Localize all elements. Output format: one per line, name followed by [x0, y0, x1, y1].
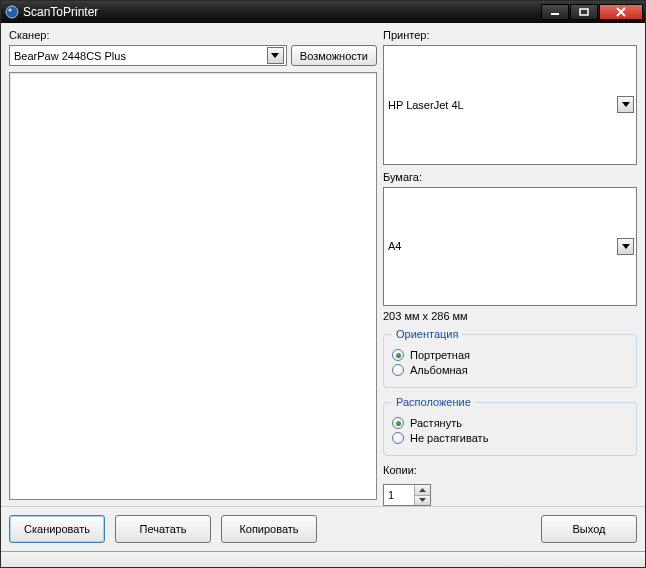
- scanner-selected: BearPaw 2448CS Plus: [14, 50, 267, 62]
- app-icon: [5, 5, 19, 19]
- close-button[interactable]: [599, 4, 643, 20]
- preview-area: [9, 72, 377, 500]
- paper-selected: A4: [388, 240, 617, 252]
- print-button[interactable]: Печатать: [115, 515, 211, 543]
- copies-input[interactable]: [384, 485, 414, 505]
- spinner-down-icon[interactable]: [415, 495, 430, 506]
- layout-legend: Расположение: [392, 396, 475, 408]
- footer: Сканировать Печатать Копировать Выход: [1, 506, 645, 551]
- layout-group: Расположение Растянуть Не растягивать: [383, 396, 637, 456]
- scanner-label: Сканер:: [9, 29, 377, 41]
- copies-label: Копии:: [383, 464, 637, 476]
- layout-stretch-label: Растянуть: [410, 417, 462, 429]
- radio-icon: [392, 432, 404, 444]
- orientation-group: Ориентация Портретная Альбомная: [383, 328, 637, 388]
- orientation-portrait-label: Портретная: [410, 349, 470, 361]
- svg-rect-3: [580, 9, 588, 15]
- spinner-up-icon[interactable]: [415, 485, 430, 495]
- paper-select[interactable]: A4: [383, 187, 637, 307]
- scanner-select[interactable]: BearPaw 2448CS Plus: [9, 45, 287, 66]
- layout-stretch-option[interactable]: Растянуть: [392, 417, 628, 429]
- copy-button[interactable]: Копировать: [221, 515, 317, 543]
- copies-spinner[interactable]: [383, 484, 431, 506]
- svg-rect-2: [551, 13, 559, 15]
- printer-select[interactable]: HP LaserJet 4L: [383, 45, 637, 165]
- layout-nostretch-label: Не растягивать: [410, 432, 488, 444]
- paper-dimensions: 203 мм x 286 мм: [383, 310, 637, 322]
- maximize-button[interactable]: [570, 4, 598, 20]
- radio-icon: [392, 417, 404, 429]
- status-bar: [1, 551, 645, 567]
- radio-icon: [392, 364, 404, 376]
- window-title: ScanToPrinter: [23, 5, 540, 19]
- minimize-button[interactable]: [541, 4, 569, 20]
- printer-label: Принтер:: [383, 29, 637, 41]
- app-window: ScanToPrinter Сканер: BearPaw 2448CS Plu…: [0, 0, 646, 568]
- orientation-landscape-label: Альбомная: [410, 364, 468, 376]
- svg-point-0: [6, 6, 18, 18]
- layout-nostretch-option[interactable]: Не растягивать: [392, 432, 628, 444]
- scan-button[interactable]: Сканировать: [9, 515, 105, 543]
- paper-label: Бумага:: [383, 171, 637, 183]
- dropdown-icon: [267, 47, 284, 64]
- dropdown-icon: [617, 238, 634, 255]
- svg-point-1: [9, 9, 12, 12]
- radio-icon: [392, 349, 404, 361]
- exit-button[interactable]: Выход: [541, 515, 637, 543]
- capabilities-button[interactable]: Возможности: [291, 45, 377, 66]
- orientation-legend: Ориентация: [392, 328, 462, 340]
- printer-selected: HP LaserJet 4L: [388, 99, 617, 111]
- dropdown-icon: [617, 96, 634, 113]
- titlebar: ScanToPrinter: [1, 1, 645, 23]
- orientation-landscape-option[interactable]: Альбомная: [392, 364, 628, 376]
- orientation-portrait-option[interactable]: Портретная: [392, 349, 628, 361]
